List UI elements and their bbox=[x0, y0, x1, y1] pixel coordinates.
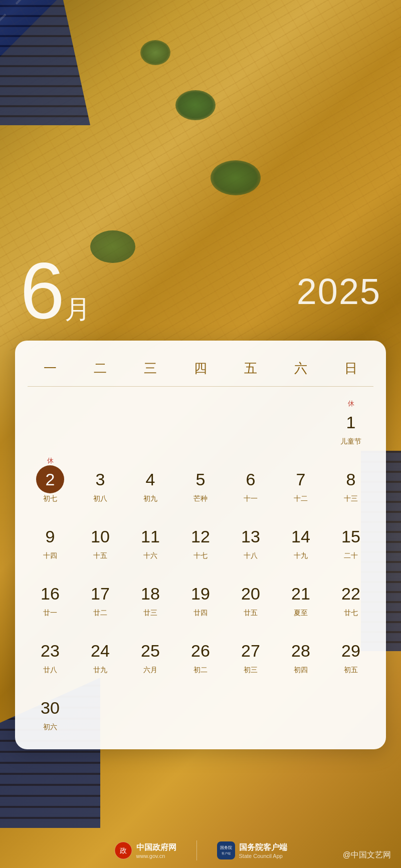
weekday-tue: 二 bbox=[75, 356, 125, 381]
date-num-23: 23 bbox=[41, 642, 60, 659]
state-council-name: 国务院客户端 bbox=[239, 842, 287, 853]
date-circle-6: 6 bbox=[237, 465, 265, 493]
date-circle-2: 2 bbox=[36, 465, 64, 493]
lunar-6: 十一 bbox=[244, 494, 258, 503]
weekday-fri: 五 bbox=[226, 356, 276, 381]
cal-empty-end-1 bbox=[75, 680, 125, 737]
date-num-27: 27 bbox=[241, 642, 260, 659]
cal-empty-end-5 bbox=[276, 680, 326, 737]
footer-logos: 政 中国政府网 www.gov.cn 国务院 客户端 国务院客户端 State … bbox=[0, 840, 401, 860]
date-circle-5: 5 bbox=[186, 465, 215, 493]
date-num-7: 7 bbox=[296, 471, 306, 488]
state-council-logo-icon: 国务院 客户端 bbox=[217, 841, 235, 859]
cal-day-2: 休 2 初七 bbox=[25, 451, 75, 508]
cal-day-1: 休 1 儿童节 bbox=[326, 394, 376, 451]
date-num-29: 29 bbox=[341, 642, 360, 659]
weekday-thu: 四 bbox=[175, 356, 226, 381]
cal-day-18: 18 廿三 bbox=[125, 565, 175, 623]
svg-text:政: 政 bbox=[120, 847, 127, 854]
cal-day-29: 29 初五 bbox=[326, 623, 376, 680]
date-num-1: 1 bbox=[346, 414, 356, 431]
lunar-30: 初六 bbox=[43, 723, 57, 732]
logo-gov: 政 中国政府网 www.gov.cn bbox=[114, 841, 176, 859]
lunar-22: 廿七 bbox=[344, 609, 358, 618]
lunar-13: 十八 bbox=[244, 551, 258, 560]
date-num-9: 9 bbox=[46, 528, 55, 545]
date-num-25: 25 bbox=[141, 642, 160, 659]
lunar-18: 廿三 bbox=[143, 609, 157, 618]
watermark: @中国文艺网 bbox=[343, 850, 391, 860]
cal-day-7: 7 十二 bbox=[276, 451, 326, 508]
logo-state-council: 国务院 客户端 国务院客户端 State Council App bbox=[217, 841, 287, 859]
cal-day-16: 16 廿一 bbox=[25, 565, 75, 623]
month-number: 6 bbox=[20, 250, 62, 331]
gov-logo-icon: 政 bbox=[114, 841, 132, 859]
lunar-20: 廿五 bbox=[244, 609, 258, 618]
cal-day-14: 14 十九 bbox=[276, 508, 326, 565]
cal-day-15: 15 二十 bbox=[326, 508, 376, 565]
date-circle-7: 7 bbox=[287, 465, 315, 493]
calendar-card: 一 二 三 四 五 六 日 休 1 儿童节 bbox=[15, 341, 386, 749]
weekday-headers: 一 二 三 四 五 六 日 bbox=[25, 356, 376, 381]
date-circle-28: 28 bbox=[287, 637, 315, 665]
gov-url: www.gov.cn bbox=[136, 853, 176, 859]
cal-empty-end-6 bbox=[326, 680, 376, 737]
date-circle-10: 10 bbox=[86, 522, 114, 550]
lunar-4: 初九 bbox=[143, 494, 157, 503]
weekday-sun: 日 bbox=[326, 356, 376, 381]
date-circle-9: 9 bbox=[36, 522, 64, 550]
date-num-14: 14 bbox=[291, 528, 310, 545]
lunar-2: 初七 bbox=[43, 494, 57, 503]
date-circle-25: 25 bbox=[136, 637, 164, 665]
lunar-16: 廿一 bbox=[43, 609, 57, 618]
weekday-wed: 三 bbox=[125, 356, 175, 381]
cal-empty-6 bbox=[276, 394, 326, 451]
date-circle-21: 21 bbox=[287, 580, 315, 608]
lunar-23: 廿八 bbox=[43, 666, 57, 675]
date-num-5: 5 bbox=[196, 471, 206, 488]
month-header: 6 月 2025 bbox=[0, 250, 401, 332]
date-num-8: 8 bbox=[346, 471, 356, 488]
cal-day-4: 4 初九 bbox=[125, 451, 175, 508]
svg-text:客户端: 客户端 bbox=[222, 851, 231, 855]
lunar-8: 十三 bbox=[344, 494, 358, 503]
cal-day-20: 20 廿五 bbox=[226, 565, 276, 623]
date-num-17: 17 bbox=[91, 585, 110, 602]
date-num-3: 3 bbox=[96, 471, 105, 488]
cal-day-23: 23 廿八 bbox=[25, 623, 75, 680]
date-num-15: 15 bbox=[341, 528, 360, 545]
date-num-18: 18 bbox=[141, 585, 160, 602]
lunar-28: 初四 bbox=[294, 666, 308, 675]
lunar-5: 芒种 bbox=[193, 494, 208, 503]
state-council-sub: State Council App bbox=[239, 853, 287, 859]
lunar-10: 十五 bbox=[93, 551, 107, 560]
date-num-20: 20 bbox=[241, 585, 260, 602]
date-circle-12: 12 bbox=[186, 522, 215, 550]
date-circle-26: 26 bbox=[186, 637, 215, 665]
date-circle-18: 18 bbox=[136, 580, 164, 608]
month-display: 6 月 bbox=[20, 250, 91, 332]
month-yue-char: 月 bbox=[65, 292, 91, 327]
lunar-14: 十九 bbox=[294, 551, 308, 560]
lunar-17: 廿二 bbox=[93, 609, 107, 618]
vegetation-patch-3 bbox=[140, 40, 170, 65]
date-circle-24: 24 bbox=[86, 637, 114, 665]
date-num-16: 16 bbox=[41, 585, 60, 602]
date-num-11: 11 bbox=[141, 528, 160, 545]
date-num-30: 30 bbox=[41, 699, 60, 716]
cal-empty-4 bbox=[175, 394, 226, 451]
date-circle-13: 13 bbox=[237, 522, 265, 550]
lunar-24: 廿九 bbox=[93, 666, 107, 675]
cal-day-25: 25 六月 bbox=[125, 623, 175, 680]
lunar-25: 六月 bbox=[143, 666, 157, 675]
date-circle-27: 27 bbox=[237, 637, 265, 665]
lunar-9: 十四 bbox=[43, 551, 57, 560]
state-council-text-block: 国务院客户端 State Council App bbox=[239, 842, 287, 859]
cal-day-10: 10 十五 bbox=[75, 508, 125, 565]
date-num-21: 21 bbox=[291, 585, 310, 602]
cal-day-12: 12 十七 bbox=[175, 508, 226, 565]
cal-empty-3 bbox=[125, 394, 175, 451]
cal-empty-5 bbox=[226, 394, 276, 451]
cal-day-13: 13 十八 bbox=[226, 508, 276, 565]
cal-day-22: 22 廿七 bbox=[326, 565, 376, 623]
